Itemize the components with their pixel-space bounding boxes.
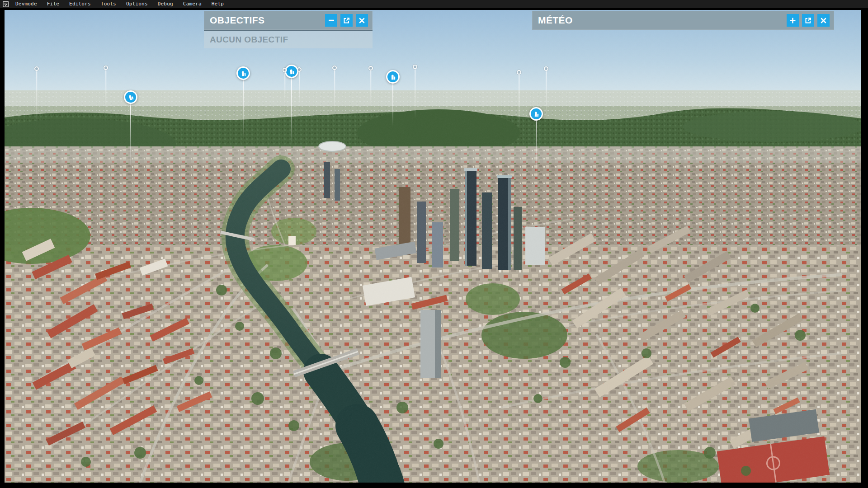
marker-stem	[130, 104, 131, 172]
menu-item-tools[interactable]: Tools	[96, 0, 121, 8]
minor-poi-marker[interactable]	[544, 66, 548, 71]
marker-stem	[370, 70, 371, 108]
minor-marker-ring	[104, 66, 108, 70]
add-button[interactable]	[787, 14, 799, 27]
close-button[interactable]	[817, 14, 830, 27]
poi-marker-circle	[123, 89, 139, 105]
minor-marker-ring	[297, 67, 302, 72]
minor-poi-marker[interactable]	[332, 66, 337, 70]
close-icon	[359, 18, 365, 23]
minimize-button[interactable]	[325, 14, 337, 27]
menu-item-editors[interactable]: Editors	[64, 0, 96, 8]
grain-overlay	[5, 10, 861, 483]
marker-stem	[392, 84, 393, 127]
objectives-panel-title: OBJECTIFS	[210, 15, 264, 26]
scene-svg	[5, 10, 861, 483]
landmark-building-icon	[533, 110, 540, 117]
minor-marker-ring	[413, 65, 417, 69]
minor-poi-marker[interactable]	[283, 68, 287, 72]
poi-marker[interactable]	[386, 70, 400, 84]
poi-marker-circle	[236, 66, 250, 80]
marker-stem	[284, 72, 285, 104]
minor-marker-ring	[517, 70, 521, 75]
minor-marker-ring	[332, 66, 337, 70]
minor-poi-marker[interactable]	[104, 66, 108, 70]
weather-panel-buttons	[787, 14, 830, 27]
poi-marker[interactable]	[236, 66, 250, 80]
menu-item-options[interactable]: Options	[121, 0, 153, 8]
minor-poi-marker[interactable]	[517, 70, 521, 75]
marker-stem	[519, 75, 519, 129]
minus-icon	[328, 17, 335, 23]
menu-item-devmode[interactable]: Devmode	[10, 0, 42, 8]
minor-marker-ring	[283, 68, 287, 72]
no-objective-message: AUCUN OBJECTIF	[210, 35, 288, 45]
popout-window-icon	[805, 17, 811, 24]
popout-button[interactable]	[340, 14, 353, 27]
menu-item-file[interactable]: File	[42, 0, 64, 8]
landmark-building-icon	[127, 93, 135, 101]
world-viewport[interactable]: OBJECTIFS	[5, 10, 861, 483]
msfs-devmode-screen: { "menu_bar": { "icon": "devmode-window-…	[0, 0, 868, 488]
minor-poi-marker[interactable]	[297, 67, 302, 72]
devmode-menu-bar: DevmodeFileEditorsToolsOptionsDebugCamer…	[0, 0, 868, 8]
close-button[interactable]	[356, 14, 368, 27]
menu-item-debug[interactable]: Debug	[153, 0, 178, 8]
plus-icon	[789, 17, 796, 24]
devmode-window-icon[interactable]	[3, 1, 9, 7]
minor-poi-marker[interactable]	[413, 65, 417, 69]
marker-stem	[415, 69, 415, 119]
weather-panel: MÉTÉO	[532, 11, 834, 30]
minor-marker-ring	[368, 66, 373, 70]
popout-window-icon	[343, 17, 350, 24]
landmark-building-icon	[390, 74, 396, 80]
menu-item-camera[interactable]: Camera	[178, 0, 207, 8]
poi-marker[interactable]	[124, 90, 137, 104]
poi-marker-circle	[529, 107, 543, 121]
objectives-panel: OBJECTIFS	[204, 11, 373, 48]
marker-stem	[291, 78, 292, 146]
marker-stem	[243, 80, 244, 139]
popout-button[interactable]	[802, 14, 814, 27]
objectives-panel-body: AUCUN OBJECTIF	[204, 31, 373, 48]
weather-panel-header[interactable]: MÉTÉO	[532, 11, 834, 30]
landmark-building-icon	[240, 70, 247, 77]
poi-marker-circle	[386, 70, 400, 84]
marker-stem	[299, 72, 300, 107]
minor-marker-ring	[544, 66, 548, 71]
menu-items: DevmodeFileEditorsToolsOptionsDebugCamer…	[10, 0, 229, 8]
minor-poi-marker[interactable]	[34, 66, 39, 71]
marker-stem	[105, 70, 106, 111]
objectives-panel-buttons	[325, 14, 368, 27]
marker-stem	[36, 71, 37, 123]
marker-stem	[536, 121, 537, 179]
minor-poi-marker[interactable]	[368, 66, 373, 70]
close-icon	[821, 18, 826, 23]
weather-panel-title: MÉTÉO	[538, 15, 573, 26]
objectives-panel-header[interactable]: OBJECTIFS	[204, 11, 373, 30]
menu-item-help[interactable]: Help	[207, 0, 229, 8]
landmark-building-icon	[288, 68, 295, 75]
marker-stem	[546, 71, 547, 118]
minor-marker-ring	[34, 66, 39, 71]
marker-stem	[334, 70, 335, 113]
poi-marker[interactable]	[529, 107, 543, 121]
